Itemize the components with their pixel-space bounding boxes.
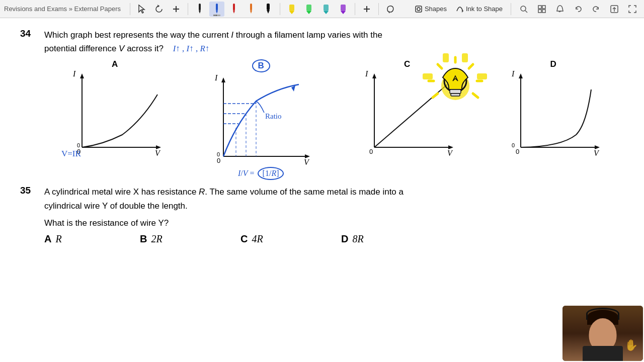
- svg-marker-20: [341, 11, 346, 14]
- pen-black-button[interactable]: [192, 2, 207, 17]
- redo-button[interactable]: [589, 2, 604, 17]
- svg-text:0: 0: [217, 157, 220, 164]
- svg-rect-19: [341, 5, 346, 11]
- pen-red-button[interactable]: [226, 2, 242, 17]
- svg-line-65: [374, 84, 447, 147]
- q34-number: 34: [20, 28, 36, 39]
- svg-rect-15: [306, 5, 311, 11]
- svg-marker-16: [306, 11, 311, 14]
- svg-text:I: I: [72, 69, 76, 78]
- fullscreen-button[interactable]: [625, 2, 640, 17]
- svg-text:0: 0: [516, 148, 519, 155]
- svg-point-26: [521, 6, 526, 11]
- question-34: 34 Which graph best represents the way t…: [20, 28, 624, 180]
- highlighter-purple-button[interactable]: [336, 2, 351, 17]
- svg-rect-7: [233, 4, 235, 11]
- toolbar-separator-4: [355, 3, 355, 15]
- graph-B-label: B: [252, 59, 270, 72]
- svg-marker-0: [139, 5, 144, 13]
- graph-D-label: D: [550, 59, 556, 69]
- toolbar-right: Shapes Ink to Shape: [412, 2, 640, 17]
- shapes-button[interactable]: Shapes: [412, 4, 450, 14]
- q35-options: A R B 2R C 4R D 8R: [44, 233, 432, 245]
- svg-marker-68: [519, 73, 523, 78]
- undo-circle-button[interactable]: [151, 2, 167, 17]
- graph-C: C I V 0: [337, 59, 478, 180]
- highlighter-teal-button[interactable]: [318, 2, 334, 17]
- select-tool-button[interactable]: [134, 2, 149, 17]
- q35-option-B: B 2R: [140, 233, 240, 245]
- q34-text: Which graph best represents the way the …: [44, 28, 382, 55]
- q35-option-D: D 8R: [341, 233, 432, 245]
- svg-marker-4: [199, 11, 201, 14]
- graph-B: B I V 0 0: [191, 59, 332, 180]
- svg-line-23: [388, 11, 389, 13]
- pen-darkmarker-button[interactable]: [261, 2, 276, 17]
- svg-text:V: V: [155, 149, 161, 157]
- q35-optC-letter: C: [240, 233, 248, 245]
- graph-A: A I V 0 0: [44, 59, 186, 180]
- add-button[interactable]: [169, 2, 184, 17]
- person-body: [583, 346, 623, 361]
- q35-optC-value: 4R: [252, 233, 263, 245]
- graph-B-annotation: I/V = [1/R]: [238, 167, 284, 180]
- highlighter-green-button[interactable]: [301, 2, 316, 17]
- pen-orange-button[interactable]: [244, 2, 259, 17]
- pen-blue-button[interactable]: [209, 2, 224, 17]
- webcam-person: ✋: [562, 306, 643, 361]
- svg-marker-36: [80, 73, 84, 78]
- svg-marker-18: [324, 11, 329, 14]
- graph-A-label: A: [112, 59, 118, 69]
- add2-button[interactable]: [359, 2, 374, 17]
- svg-line-27: [525, 11, 527, 13]
- q35-optA-value: R: [55, 233, 61, 245]
- svg-text:V: V: [447, 149, 453, 157]
- notifications-button[interactable]: [552, 2, 568, 17]
- svg-rect-24: [416, 6, 422, 12]
- q35-option-C: C 4R: [240, 233, 341, 245]
- svg-marker-60: [372, 73, 376, 78]
- svg-marker-12: [267, 10, 270, 14]
- svg-rect-11: [267, 4, 270, 10]
- svg-marker-14: [289, 11, 294, 14]
- q35-optD-value: 8R: [352, 233, 363, 245]
- share-button[interactable]: [607, 2, 622, 17]
- q35-optD-letter: D: [341, 233, 348, 245]
- svg-rect-31: [542, 10, 545, 13]
- svg-rect-3: [199, 4, 201, 11]
- question-35: 35 A cylindrical metal wire X has resist…: [20, 185, 624, 245]
- q35-option-A: A R: [44, 233, 140, 245]
- svg-text:I: I: [511, 69, 515, 78]
- toolbar: Revisions and Exams » External Papers: [0, 0, 644, 18]
- q35-question: What is the resistance of wire Y?: [44, 218, 432, 228]
- svg-rect-13: [289, 5, 294, 11]
- ink-to-shape-button[interactable]: Ink to Shape: [453, 4, 506, 14]
- svg-marker-6: [216, 11, 218, 14]
- q35-optA-letter: A: [44, 233, 51, 245]
- q35-optB-letter: B: [140, 233, 147, 245]
- toolbar-separator-5: [378, 3, 379, 15]
- q34-annotation-vars: I↑ , I↑ , R↑: [173, 44, 210, 53]
- svg-marker-10: [250, 11, 252, 14]
- svg-marker-8: [233, 11, 235, 14]
- webcam-overlay: ✋: [562, 306, 643, 361]
- undo-button[interactable]: [571, 2, 586, 17]
- graph-D: D I V 0 0: [483, 59, 624, 180]
- svg-text:0: 0: [369, 148, 373, 155]
- svg-marker-44: [221, 77, 225, 82]
- lasso-button[interactable]: [383, 2, 398, 17]
- svg-text:0: 0: [217, 151, 220, 157]
- svg-rect-28: [538, 6, 541, 9]
- svg-text:Ratio: Ratio: [265, 112, 282, 120]
- highlighter-yellow-button[interactable]: [284, 2, 299, 17]
- hand-gesture: ✋: [624, 339, 638, 352]
- toolbar-separator-1: [130, 3, 130, 15]
- svg-text:I: I: [214, 73, 218, 82]
- svg-rect-30: [538, 10, 541, 13]
- search-button[interactable]: [516, 2, 531, 17]
- svg-text:I: I: [365, 69, 368, 78]
- layout-button[interactable]: [534, 2, 549, 17]
- q35-number: 35: [20, 185, 36, 196]
- graph-C-label: C: [404, 59, 410, 69]
- svg-point-25: [417, 8, 420, 11]
